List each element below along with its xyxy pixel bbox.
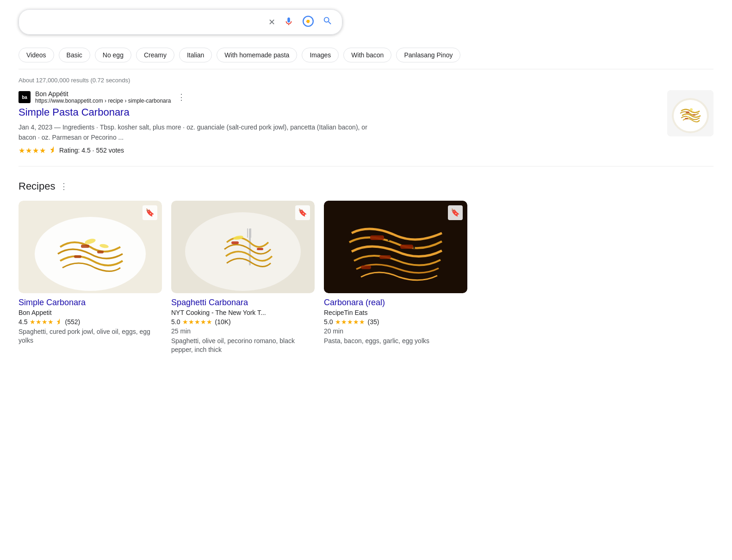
recipe-source-3: RecipeTin Eats — [324, 309, 467, 316]
svg-point-9 — [687, 116, 689, 118]
first-result: ba Bon Appétit https://www.bonappetit.co… — [19, 90, 713, 166]
svg-rect-6 — [693, 114, 695, 116]
recipe-source-2: NYT Cooking - The New York T... — [171, 309, 315, 316]
bookmark-icon-1: 🔖 — [145, 208, 155, 217]
recipe-image-2: 🔖 — [171, 201, 315, 293]
recipe-time-2: 25 min — [171, 327, 315, 335]
source-row: ba Bon Appétit https://www.bonappetit.co… — [19, 90, 379, 104]
chip-italian[interactable]: Italian — [179, 48, 212, 62]
svg-rect-12 — [81, 245, 89, 248]
result-title-link[interactable]: Simple Pasta Carbonara — [19, 106, 379, 119]
image-search-button[interactable] — [301, 14, 315, 30]
recipe-stars-1: ★★★★ — [30, 318, 54, 326]
chip-images[interactable]: Images — [302, 48, 339, 62]
svg-point-1 — [307, 20, 310, 23]
bookmark-button-3[interactable]: 🔖 — [448, 205, 463, 220]
recipe-half-star-1: ⯨ — [56, 318, 62, 326]
recipe-card-1[interactable]: 🔖 Simple Carbonara Bon Appetit 4.5 ★★★★⯨… — [19, 201, 162, 355]
chip-videos[interactable]: Videos — [19, 48, 54, 62]
recipe-card-3[interactable]: 🔖 Carbonara (real) RecipeTin Eats 5.0 ★★… — [324, 201, 467, 355]
recipe-thumbnail-3 — [324, 201, 467, 293]
recipe-rating-value-1: 4.5 — [19, 318, 27, 326]
more-options-icon[interactable]: ⋮ — [177, 92, 186, 102]
search-bar: carbonara recipe ✕ — [19, 9, 342, 35]
recipe-card-2[interactable]: 🔖 Spaghetti Carbonara NYT Cooking - The … — [171, 201, 315, 355]
recipe-cards: 🔖 Simple Carbonara Bon Appetit 4.5 ★★★★⯨… — [19, 201, 713, 355]
recipe-stars-2: ★★★★★ — [182, 318, 212, 326]
recipe-time-3: 20 min — [324, 327, 467, 335]
svg-rect-13 — [97, 251, 104, 253]
result-snippet: Jan 4, 2023 — Ingredients · Tbsp. kosher… — [19, 122, 379, 142]
svg-rect-27 — [370, 235, 384, 240]
recipe-stars-3: ★★★★★ — [335, 318, 365, 326]
results-count: About 127,000,000 results (0.72 seconds) — [19, 69, 713, 90]
recipe-rating-value-3: 5.0 — [324, 318, 333, 326]
recipe-desc-1: Spaghetti, cured pork jowl, olive oil, e… — [19, 327, 162, 345]
mic-icon — [284, 16, 294, 28]
clear-button[interactable]: ✕ — [267, 16, 276, 28]
result-thumbnail[interactable] — [667, 90, 713, 136]
svg-point-32 — [413, 247, 415, 249]
recipe-desc-2: Spaghetti, olive oil, pecorino romano, b… — [171, 337, 315, 355]
svg-point-31 — [388, 239, 390, 241]
chip-basic[interactable]: Basic — [59, 48, 90, 62]
svg-rect-26 — [324, 201, 467, 293]
chip-no-egg[interactable]: No egg — [95, 48, 131, 62]
recipe-rating-1: 4.5 ★★★★⯨ (552) — [19, 318, 162, 326]
filter-chips: Videos Basic No egg Creamy Italian With … — [19, 43, 713, 69]
thumbnail-image — [667, 90, 713, 136]
chip-panlasang[interactable]: Panlasang Pinoy — [396, 48, 460, 62]
svg-rect-23 — [257, 248, 263, 250]
recipe-image-1: 🔖 — [19, 201, 162, 293]
half-star-icon: ⯨ — [49, 146, 56, 154]
svg-rect-22 — [231, 241, 239, 244]
recipe-rating-count-1: (552) — [65, 318, 80, 326]
rating-label: Rating: 4.5 · 552 votes — [59, 147, 124, 154]
svg-rect-7 — [685, 118, 688, 119]
recipe-thumbnail-2 — [171, 201, 315, 293]
recipes-header: Recipes ⋮ — [19, 180, 713, 192]
recipe-title-3[interactable]: Carbonara (real) — [324, 298, 467, 308]
source-url: https://www.bonappetit.com › recipe › si… — [35, 98, 171, 104]
recipe-rating-2: 5.0 ★★★★★ (10K) — [171, 318, 315, 326]
lens-icon — [302, 15, 314, 29]
svg-rect-5 — [686, 111, 689, 113]
recipe-rating-3: 5.0 ★★★★★ (35) — [324, 318, 467, 326]
chip-homemade-pasta[interactable]: With homemade pasta — [217, 48, 297, 62]
bookmark-icon-3: 🔖 — [451, 208, 460, 217]
recipe-rating-value-2: 5.0 — [171, 318, 180, 326]
recipe-desc-3: Pasta, bacon, eggs, garlic, egg yolks — [324, 337, 467, 346]
recipe-rating-count-2: (10K) — [215, 318, 230, 326]
chip-bacon[interactable]: With bacon — [343, 48, 391, 62]
search-icon — [323, 16, 333, 28]
recipe-image-3: 🔖 — [324, 201, 467, 293]
svg-rect-30 — [361, 265, 371, 269]
recipe-title-1[interactable]: Simple Carbonara — [19, 298, 162, 308]
voice-search-button[interactable] — [283, 15, 295, 29]
star-rating: ★★★★ — [19, 146, 46, 155]
rating-row: ★★★★⯨ Rating: 4.5 · 552 votes — [19, 146, 379, 155]
svg-rect-28 — [400, 245, 413, 249]
svg-rect-29 — [379, 255, 391, 259]
bookmark-button-1[interactable]: 🔖 — [143, 205, 157, 220]
recipes-section: Recipes ⋮ — [19, 180, 713, 355]
search-button[interactable] — [322, 15, 334, 29]
svg-rect-14 — [74, 255, 81, 258]
svg-point-33 — [397, 258, 399, 259]
search-input[interactable]: carbonara recipe — [27, 17, 267, 27]
recipe-source-1: Bon Appetit — [19, 309, 162, 316]
recipe-thumbnail-1 — [19, 201, 162, 293]
recipe-rating-count-3: (35) — [367, 318, 379, 326]
recipe-title-2[interactable]: Spaghetti Carbonara — [171, 298, 315, 308]
clear-icon: ✕ — [268, 17, 275, 27]
recipes-section-title: Recipes — [19, 180, 55, 192]
source-logo: ba — [19, 91, 31, 103]
source-info: Bon Appétit https://www.bonappetit.com ›… — [35, 90, 171, 104]
bookmark-icon-2: 🔖 — [298, 208, 307, 217]
svg-point-8 — [690, 108, 693, 111]
recipes-more-icon[interactable]: ⋮ — [60, 181, 68, 191]
bookmark-button-2[interactable]: 🔖 — [295, 205, 310, 220]
chip-creamy[interactable]: Creamy — [136, 48, 174, 62]
source-name: Bon Appétit — [35, 90, 171, 98]
